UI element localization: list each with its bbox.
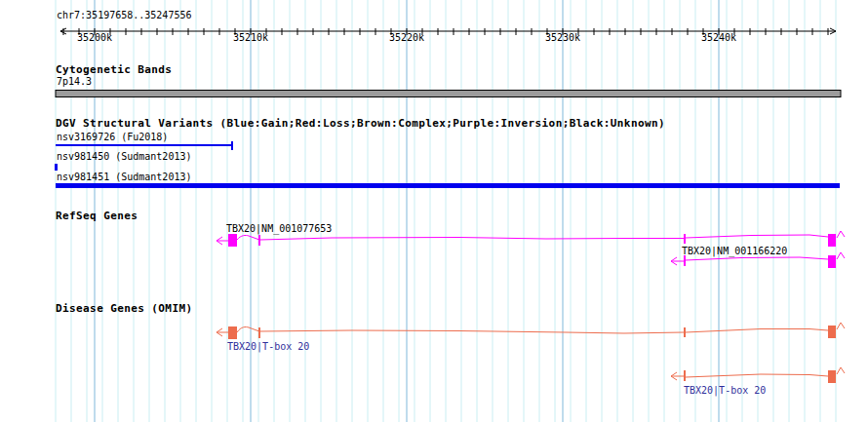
- variant-label-nsv3169726[interactable]: nsv3169726 (Fu2018): [57, 132, 168, 142]
- variant-nsv981450[interactable]: [55, 164, 58, 171]
- variant-nsv981451[interactable]: [56, 183, 840, 188]
- ruler-tick-label: 35210k: [233, 32, 268, 43]
- ruler-tick-label: 35200k: [77, 32, 112, 43]
- ruler-tick-label: 35230k: [545, 32, 580, 43]
- ruler-tick-label: 35240k: [701, 32, 736, 43]
- cytoband-label[interactable]: 7p14.3: [57, 76, 92, 87]
- track-title-refseq-genes: RefSeq Genes: [56, 211, 138, 221]
- region-coordinates: chr7:35197658..35247556: [57, 10, 191, 20]
- cytoband-7p14-3[interactable]: [56, 91, 841, 97]
- omim-gene-label-a[interactable]: TBX20|T-box 20: [227, 341, 309, 352]
- gridlines: [56, 0, 836, 422]
- gene-label-nm001166220[interactable]: TBX20|NM_001166220: [682, 246, 787, 256]
- track-title-cytogenetic-bands: Cytogenetic Bands: [56, 64, 172, 75]
- genome-browser-panel: chr7:35197658..35247556 35200k 35210k 35…: [0, 0, 868, 422]
- track-title-disease-genes-omim: Disease Genes (OMIM): [56, 303, 192, 314]
- gene-label-nm001077653[interactable]: TBX20|NM_001077653: [226, 223, 332, 234]
- variant-label-nsv981451[interactable]: nsv981451 (Sudmant2013): [57, 172, 191, 182]
- omim-gene-label-b[interactable]: TBX20|T-box 20: [684, 385, 766, 396]
- omim-gene-tbx20-a[interactable]: [217, 323, 845, 339]
- variant-nsv3169726[interactable]: [56, 141, 233, 150]
- track-title-dgv-structural-variants: DGV Structural Variants (Blue:Gain;Red:L…: [56, 118, 665, 129]
- variant-label-nsv981450[interactable]: nsv981450 (Sudmant2013): [57, 151, 191, 162]
- ruler-tick-label: 35220k: [389, 32, 424, 43]
